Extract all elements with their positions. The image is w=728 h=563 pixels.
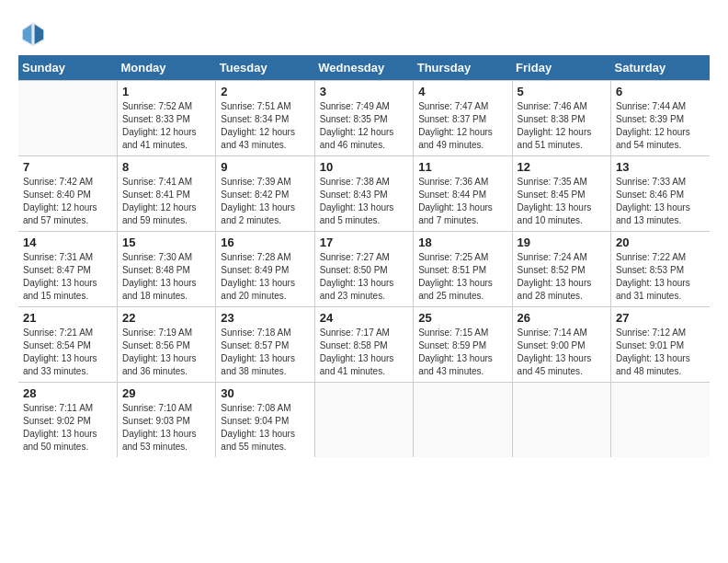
day-number: 14 [23, 236, 112, 249]
calendar-cell: 28Sunrise: 7:11 AMSunset: 9:02 PMDayligh… [18, 383, 117, 458]
calendar-cell: 5Sunrise: 7:46 AMSunset: 8:38 PMDaylight… [512, 81, 610, 156]
day-info: Sunrise: 7:41 AMSunset: 8:41 PMDaylight:… [122, 176, 210, 227]
day-number: 1 [122, 85, 210, 98]
weekday-header-sunday: Sunday [18, 55, 117, 81]
day-info: Sunrise: 7:44 AMSunset: 8:39 PMDaylight:… [616, 100, 705, 152]
calendar-week-row: 21Sunrise: 7:21 AMSunset: 8:54 PMDayligh… [18, 307, 710, 383]
day-info: Sunrise: 7:27 AMSunset: 8:50 PMDaylight:… [320, 251, 408, 303]
day-number: 7 [23, 160, 112, 174]
calendar-cell: 6Sunrise: 7:44 AMSunset: 8:39 PMDaylight… [611, 81, 710, 156]
day-number: 18 [418, 236, 506, 249]
day-info: Sunrise: 7:46 AMSunset: 8:38 PMDaylight:… [518, 100, 606, 152]
day-number: 16 [221, 236, 309, 249]
logo [18, 18, 51, 48]
calendar-cell: 20Sunrise: 7:22 AMSunset: 8:53 PMDayligh… [611, 232, 710, 307]
calendar-cell: 3Sunrise: 7:49 AMSunset: 8:35 PMDaylight… [314, 81, 413, 156]
day-info: Sunrise: 7:49 AMSunset: 8:35 PMDaylight:… [320, 100, 408, 152]
weekday-header-monday: Monday [117, 55, 215, 81]
calendar-week-row: 28Sunrise: 7:11 AMSunset: 9:02 PMDayligh… [18, 383, 710, 458]
day-info: Sunrise: 7:18 AMSunset: 8:57 PMDaylight:… [221, 327, 309, 378]
weekday-header-wednesday: Wednesday [314, 55, 413, 81]
day-info: Sunrise: 7:51 AMSunset: 8:34 PMDaylight:… [221, 100, 309, 152]
day-info: Sunrise: 7:38 AMSunset: 8:43 PMDaylight:… [320, 176, 408, 227]
page-header [18, 18, 710, 48]
day-number: 29 [122, 386, 210, 400]
day-number: 19 [518, 236, 606, 249]
calendar-cell: 29Sunrise: 7:10 AMSunset: 9:03 PMDayligh… [117, 383, 215, 458]
calendar-cell: 8Sunrise: 7:41 AMSunset: 8:41 PMDaylight… [117, 156, 215, 232]
day-info: Sunrise: 7:24 AMSunset: 8:52 PMDaylight:… [518, 251, 606, 303]
day-info: Sunrise: 7:33 AMSunset: 8:46 PMDaylight:… [616, 176, 705, 227]
day-number: 8 [122, 160, 210, 174]
day-number: 12 [518, 160, 606, 174]
calendar-cell: 30Sunrise: 7:08 AMSunset: 9:04 PMDayligh… [216, 383, 314, 458]
day-number: 11 [418, 160, 506, 174]
day-number: 23 [221, 311, 309, 325]
calendar-cell: 15Sunrise: 7:30 AMSunset: 8:48 PMDayligh… [117, 232, 215, 307]
calendar-cell: 9Sunrise: 7:39 AMSunset: 8:42 PMDaylight… [216, 156, 314, 232]
day-number: 24 [320, 311, 408, 325]
calendar-cell: 7Sunrise: 7:42 AMSunset: 8:40 PMDaylight… [18, 156, 117, 232]
calendar-cell: 4Sunrise: 7:47 AMSunset: 8:37 PMDaylight… [414, 81, 512, 156]
day-number: 25 [418, 311, 506, 325]
day-info: Sunrise: 7:47 AMSunset: 8:37 PMDaylight:… [418, 100, 506, 152]
calendar-cell: 1Sunrise: 7:52 AMSunset: 8:33 PMDaylight… [117, 81, 215, 156]
calendar-cell: 12Sunrise: 7:35 AMSunset: 8:45 PMDayligh… [512, 156, 610, 232]
day-number: 27 [616, 311, 705, 325]
day-number: 9 [221, 160, 309, 174]
day-info: Sunrise: 7:28 AMSunset: 8:49 PMDaylight:… [221, 251, 309, 303]
day-number: 2 [221, 85, 309, 98]
day-info: Sunrise: 7:22 AMSunset: 8:53 PMDaylight:… [616, 251, 705, 303]
day-info: Sunrise: 7:10 AMSunset: 9:03 PMDaylight:… [122, 402, 210, 454]
day-number: 21 [23, 311, 112, 325]
calendar-cell: 14Sunrise: 7:31 AMSunset: 8:47 PMDayligh… [18, 232, 117, 307]
calendar-cell [611, 383, 710, 458]
calendar-cell: 27Sunrise: 7:12 AMSunset: 9:01 PMDayligh… [611, 307, 710, 383]
calendar-week-row: 1Sunrise: 7:52 AMSunset: 8:33 PMDaylight… [18, 81, 710, 156]
calendar-cell: 23Sunrise: 7:18 AMSunset: 8:57 PMDayligh… [216, 307, 314, 383]
day-info: Sunrise: 7:25 AMSunset: 8:51 PMDaylight:… [418, 251, 506, 303]
day-info: Sunrise: 7:52 AMSunset: 8:33 PMDaylight:… [122, 100, 210, 152]
calendar-cell [512, 383, 610, 458]
calendar-cell: 24Sunrise: 7:17 AMSunset: 8:58 PMDayligh… [314, 307, 413, 383]
day-info: Sunrise: 7:42 AMSunset: 8:40 PMDaylight:… [23, 176, 112, 227]
calendar-cell: 10Sunrise: 7:38 AMSunset: 8:43 PMDayligh… [314, 156, 413, 232]
weekday-header-row: SundayMondayTuesdayWednesdayThursdayFrid… [18, 55, 710, 81]
weekday-header-saturday: Saturday [611, 55, 710, 81]
calendar-cell: 2Sunrise: 7:51 AMSunset: 8:34 PMDaylight… [216, 81, 314, 156]
calendar-cell: 17Sunrise: 7:27 AMSunset: 8:50 PMDayligh… [314, 232, 413, 307]
day-number: 5 [518, 85, 606, 98]
calendar-cell [314, 383, 413, 458]
day-info: Sunrise: 7:35 AMSunset: 8:45 PMDaylight:… [518, 176, 606, 227]
calendar-week-row: 14Sunrise: 7:31 AMSunset: 8:47 PMDayligh… [18, 232, 710, 307]
calendar-cell: 21Sunrise: 7:21 AMSunset: 8:54 PMDayligh… [18, 307, 117, 383]
day-number: 15 [122, 236, 210, 249]
calendar-cell: 16Sunrise: 7:28 AMSunset: 8:49 PMDayligh… [216, 232, 314, 307]
day-info: Sunrise: 7:15 AMSunset: 8:59 PMDaylight:… [418, 327, 506, 378]
day-info: Sunrise: 7:19 AMSunset: 8:56 PMDaylight:… [122, 327, 210, 378]
day-number: 6 [616, 85, 705, 98]
calendar-cell [18, 81, 117, 156]
calendar-cell: 18Sunrise: 7:25 AMSunset: 8:51 PMDayligh… [414, 232, 512, 307]
day-number: 30 [221, 386, 309, 400]
calendar-cell: 11Sunrise: 7:36 AMSunset: 8:44 PMDayligh… [414, 156, 512, 232]
day-number: 20 [616, 236, 705, 249]
weekday-header-friday: Friday [512, 55, 610, 81]
weekday-header-tuesday: Tuesday [216, 55, 314, 81]
day-info: Sunrise: 7:36 AMSunset: 8:44 PMDaylight:… [418, 176, 506, 227]
day-info: Sunrise: 7:30 AMSunset: 8:48 PMDaylight:… [122, 251, 210, 303]
day-number: 28 [23, 386, 112, 400]
day-number: 22 [122, 311, 210, 325]
calendar-cell: 22Sunrise: 7:19 AMSunset: 8:56 PMDayligh… [117, 307, 215, 383]
day-number: 13 [616, 160, 705, 174]
day-number: 17 [320, 236, 408, 249]
calendar-cell [414, 383, 512, 458]
calendar-cell: 25Sunrise: 7:15 AMSunset: 8:59 PMDayligh… [414, 307, 512, 383]
day-info: Sunrise: 7:17 AMSunset: 8:58 PMDaylight:… [320, 327, 408, 378]
day-info: Sunrise: 7:31 AMSunset: 8:47 PMDaylight:… [23, 251, 112, 303]
calendar-cell: 26Sunrise: 7:14 AMSunset: 9:00 PMDayligh… [512, 307, 610, 383]
logo-icon [18, 18, 48, 48]
day-info: Sunrise: 7:14 AMSunset: 9:00 PMDaylight:… [518, 327, 606, 378]
calendar-week-row: 7Sunrise: 7:42 AMSunset: 8:40 PMDaylight… [18, 156, 710, 232]
day-info: Sunrise: 7:21 AMSunset: 8:54 PMDaylight:… [23, 327, 112, 378]
